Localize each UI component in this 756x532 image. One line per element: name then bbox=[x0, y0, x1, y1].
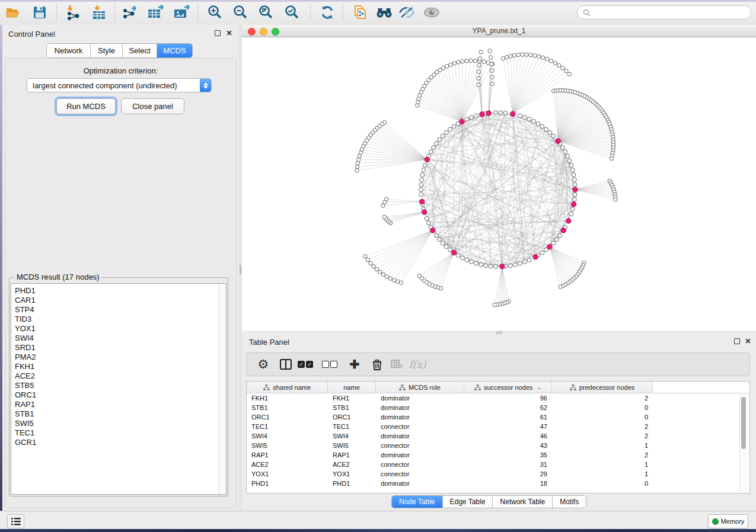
float-panel-icon[interactable] bbox=[213, 30, 221, 38]
table-cell: 35 bbox=[464, 451, 552, 459]
zoom-out-icon[interactable] bbox=[231, 3, 251, 22]
tab-select[interactable]: Select bbox=[123, 44, 157, 57]
table-toolbar: ⚙ ✓✓ ✓✓ ✚ f(x) bbox=[246, 352, 750, 376]
show-hidden-icon[interactable] bbox=[397, 3, 417, 22]
mcds-result-item[interactable]: ACE2 bbox=[11, 371, 219, 381]
import-network-icon[interactable] bbox=[63, 3, 83, 22]
node-table: shared name name MCDS role successor nod… bbox=[246, 381, 750, 493]
search-field[interactable] bbox=[577, 5, 751, 20]
criterion-dropdown-value: largest connected component (undirected) bbox=[27, 81, 200, 90]
open-file-icon[interactable] bbox=[3, 3, 23, 22]
select-all-columns-icon[interactable]: ✓✓ bbox=[296, 355, 315, 373]
mcds-result-item[interactable]: PMA2 bbox=[11, 352, 219, 362]
mcds-result-item[interactable]: RAP1 bbox=[11, 400, 219, 409]
table-row[interactable]: SWI4SWI4dominator462 bbox=[247, 431, 749, 441]
table-row[interactable]: PHD1PHD1dominator180 bbox=[247, 479, 749, 488]
scrollbar-thumb[interactable] bbox=[741, 397, 746, 449]
toolbar-separator bbox=[114, 4, 115, 21]
show-columns-icon[interactable] bbox=[276, 355, 295, 373]
tab-motifs[interactable]: Motifs bbox=[553, 496, 586, 508]
delete-icon[interactable] bbox=[368, 355, 387, 373]
network-window-titlebar[interactable]: YPA_prune.txt_1 bbox=[242, 25, 756, 37]
zoom-in-icon[interactable] bbox=[205, 3, 225, 22]
table-row[interactable]: TEC1TEC1connector472 bbox=[247, 422, 749, 431]
table-cell: 1 bbox=[552, 442, 653, 449]
table-cell: ACE2 bbox=[247, 461, 328, 468]
table-row[interactable]: STB1STB1dominator620 bbox=[247, 403, 749, 412]
mcds-result-item[interactable]: YOX1 bbox=[11, 324, 219, 334]
tab-mcds[interactable]: MCDS bbox=[157, 44, 192, 57]
table-row[interactable]: RAP1RAP1dominator352 bbox=[247, 450, 749, 460]
table-row[interactable]: SWI5SWI5connector431 bbox=[247, 441, 749, 450]
splitter-handle[interactable] bbox=[496, 331, 503, 334]
column-header-name[interactable]: name bbox=[328, 382, 376, 393]
horizontal-splitter[interactable] bbox=[242, 331, 756, 335]
mcds-result-item[interactable]: SWI4 bbox=[11, 334, 219, 343]
table-cell: SWI5 bbox=[247, 442, 328, 449]
task-history-button[interactable] bbox=[7, 514, 24, 528]
tab-style[interactable]: Style bbox=[91, 44, 123, 57]
close-panel-button[interactable]: Close panel bbox=[121, 98, 184, 114]
network-window-title: YPA_prune.txt_1 bbox=[242, 27, 756, 35]
table-row[interactable]: YOX1YOX1connector291 bbox=[247, 469, 749, 479]
table-row[interactable]: FKH1FKH1dominator962 bbox=[247, 393, 749, 403]
column-header-mcds-role[interactable]: MCDS role bbox=[376, 382, 464, 393]
column-label: name bbox=[343, 384, 360, 391]
deselect-all-columns-icon[interactable]: ✓✓ bbox=[320, 355, 339, 373]
table-cell: dominator bbox=[376, 404, 464, 411]
mcds-result-item[interactable]: TID3 bbox=[11, 315, 219, 324]
tab-network[interactable]: Network bbox=[47, 44, 91, 57]
column-header-shared-name[interactable]: shared name bbox=[247, 382, 328, 393]
save-session-icon[interactable] bbox=[30, 3, 50, 22]
eye-icon[interactable] bbox=[422, 3, 442, 22]
mcds-result-item[interactable]: ORC1 bbox=[11, 390, 219, 400]
mcds-result-item[interactable]: PHD1 bbox=[11, 286, 219, 296]
mcds-result-item[interactable]: SWI5 bbox=[11, 419, 219, 428]
search-input[interactable] bbox=[594, 8, 751, 17]
toolbar-separator bbox=[310, 4, 311, 21]
tab-node-table[interactable]: Node Table bbox=[392, 496, 443, 508]
refresh-icon[interactable] bbox=[317, 3, 337, 22]
import-table-icon[interactable] bbox=[89, 3, 109, 22]
mcds-result-item[interactable]: STP4 bbox=[11, 305, 219, 315]
float-panel-icon[interactable] bbox=[733, 338, 741, 346]
export-table-icon[interactable] bbox=[146, 3, 166, 22]
column-header-predecessor-nodes[interactable]: predecessor nodes bbox=[552, 382, 653, 393]
memory-button[interactable]: Memory bbox=[708, 514, 748, 528]
mcds-result-item[interactable]: STB1 bbox=[11, 409, 219, 419]
splitter-handle[interactable] bbox=[240, 265, 241, 274]
export-network-icon[interactable] bbox=[120, 3, 140, 22]
criterion-dropdown[interactable]: largest connected component (undirected) bbox=[27, 78, 212, 92]
desktop-wallpaper-bottom bbox=[0, 529, 756, 532]
tab-edge-table[interactable]: Edge Table bbox=[443, 496, 493, 508]
mcds-result-item[interactable]: TEC1 bbox=[11, 428, 219, 438]
zoom-selected-icon[interactable] bbox=[282, 3, 302, 22]
mcds-list-scrollbar[interactable] bbox=[219, 284, 226, 494]
network-canvas[interactable] bbox=[242, 37, 756, 331]
close-panel-icon[interactable]: ✕ bbox=[744, 338, 752, 345]
table-row[interactable]: ACE2ACE2connector311 bbox=[247, 460, 749, 469]
mcds-result-list[interactable]: PHD1CAR1STP4TID3YOX1SWI4SRD1PMA2FKH1ACE2… bbox=[11, 284, 219, 496]
run-mcds-button[interactable]: Run MCDS bbox=[56, 98, 116, 114]
mcds-result-item[interactable]: FKH1 bbox=[11, 362, 219, 371]
table-cell: TEC1 bbox=[328, 423, 376, 430]
tab-network-table[interactable]: Network Table bbox=[493, 496, 553, 508]
table-scrollbar[interactable] bbox=[739, 393, 747, 492]
add-icon[interactable]: ✚ bbox=[345, 355, 364, 373]
table-panel-title: Table Panel bbox=[249, 338, 289, 347]
close-panel-icon[interactable]: ✕ bbox=[225, 30, 233, 37]
mcds-result-item[interactable]: SRD1 bbox=[11, 343, 219, 352]
search-network-icon[interactable] bbox=[374, 3, 394, 22]
clone-network-icon[interactable] bbox=[350, 3, 370, 22]
column-header-successor-nodes[interactable]: successor nodes ⌄ bbox=[464, 382, 552, 393]
attribute-type-icon bbox=[399, 384, 406, 390]
mcds-result-listwrap: PHD1CAR1STP4TID3YOX1SWI4SRD1PMA2FKH1ACE2… bbox=[11, 283, 227, 495]
mcds-result-item[interactable]: CAR1 bbox=[11, 296, 219, 305]
mcds-result-item[interactable]: STB5 bbox=[11, 381, 219, 390]
table-cell: connector bbox=[376, 470, 464, 477]
table-settings-gear-icon[interactable]: ⚙ bbox=[254, 355, 273, 373]
export-image-icon[interactable] bbox=[172, 3, 192, 22]
mcds-result-item[interactable]: GCR1 bbox=[11, 438, 219, 447]
table-row[interactable]: ORC1ORC1dominator610 bbox=[247, 412, 749, 422]
zoom-fit-icon[interactable] bbox=[256, 3, 276, 22]
